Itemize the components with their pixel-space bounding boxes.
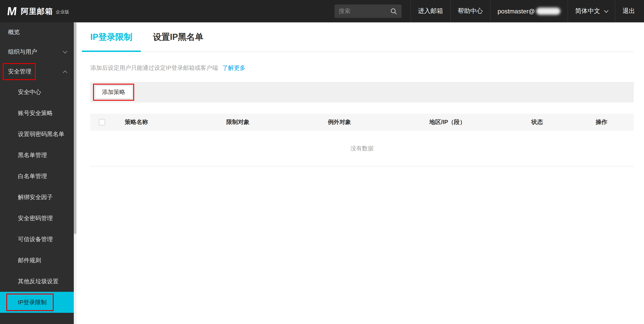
tab-ip-login-restriction[interactable]: IP登录限制 [82,22,141,52]
search-placeholder: 搜索 [339,7,350,15]
sidebar-item-label: 概览 [8,28,20,36]
empty-state-text: 没有数据 [90,131,634,166]
topbar-menu: 进入邮箱 帮助中心 postmaster@ 简体中文 退出 [410,0,644,22]
sidebar-item-blacklist-management[interactable]: 黑名单管理 [0,145,74,166]
sidebar-item-account-security-policy[interactable]: 账号安全策略 [0,103,74,124]
enter-mailbox-label: 进入邮箱 [418,7,443,15]
chevron-down-icon [63,49,67,54]
sidebar-item-label: 邮件规则 [18,256,41,264]
search-input[interactable]: 搜索 [334,5,402,18]
sidebar-item-label: 可信设备管理 [18,235,53,243]
sidebar-item-security-password[interactable]: 安全密码管理 [0,208,74,229]
column-restricted-object: 限制对象 [226,118,328,126]
enter-mailbox-button[interactable]: 进入邮箱 [410,0,450,22]
sidebar-item-label: IP登录限制 [18,298,47,306]
account-menu[interactable]: postmaster@ [490,0,568,22]
account-label: postmaster@ [498,8,535,15]
sidebar-item-label: 安全中心 [18,88,41,96]
sidebar-item-overview[interactable]: 概览 [0,22,74,42]
policy-table: 策略名称 限制对象 例外对象 地区/IP（段） 状态 操作 没有数据 [90,114,634,166]
sidebar-item-label: 白名单管理 [18,172,47,180]
tab-ip-blacklist[interactable]: 设置IP黑名单 [144,22,212,52]
sidebar-item-security[interactable]: 安全管理 [0,62,74,82]
column-region-ip: 地区/IP（段） [429,118,531,126]
sidebar-item-whitelist-management[interactable]: 白名单管理 [0,166,74,187]
main-content: IP登录限制 设置IP黑名单 添加后设定用户只能通过设定IP登录邮箱或客户端 了… [76,22,644,324]
sidebar-item-label: 设置弱密码黑名单 [18,130,64,138]
add-policy-button[interactable]: 添加策略 [95,86,132,99]
sidebar-item-mail-rules[interactable]: 邮件规则 [0,250,74,271]
column-exception-object: 例外对象 [328,118,429,126]
logout-button[interactable]: 退出 [615,0,644,22]
table-header: 策略名称 限制对象 例外对象 地区/IP（段） 状态 操作 [90,114,634,131]
app-root: M 阿里邮箱 企业版 搜索 进入邮箱 帮助中心 postmaster [0,0,644,324]
sidebar-item-weak-password-blacklist[interactable]: 设置弱密码黑名单 [0,124,74,145]
logo-title: 阿里邮箱 [21,6,53,16]
topbar-right: 搜索 进入邮箱 帮助中心 postmaster@ 简体中文 [334,0,644,22]
language-label: 简体中文 [575,7,600,15]
select-all-checkbox[interactable] [99,119,105,125]
account-domain-redacted [536,8,560,15]
language-menu[interactable]: 简体中文 [568,0,615,22]
sidebar: 概览 组织与用户 安全管理 安全中心 账号安全策略 设置弱密码黑名单 黑名单管理… [0,22,74,324]
sidebar-item-unbind-security-factor[interactable]: 解绑安全因子 [0,187,74,208]
logo-edition-badge: 企业版 [56,9,69,15]
sidebar-item-label: 黑名单管理 [18,151,47,159]
column-operation: 操作 [596,118,634,126]
description-text: 添加后设定用户只能通过设定IP登录邮箱或客户端 [90,65,218,71]
content-body: 添加后设定用户只能通过设定IP登录邮箱或客户端 了解更多 添加策略 策略名称 限… [76,64,644,166]
sidebar-item-label: 账号安全策略 [18,109,53,117]
sidebar-scrollbar[interactable] [74,22,76,324]
toolbar: 添加策略 [90,82,634,103]
page-description: 添加后设定用户只能通过设定IP登录邮箱或客户端 了解更多 [90,64,634,72]
help-center-button[interactable]: 帮助中心 [450,0,490,22]
scrollbar-thumb[interactable] [74,22,76,234]
tab-label: 设置IP黑名单 [153,31,204,43]
tabs-row: IP登录限制 设置IP黑名单 [82,22,634,52]
chevron-up-icon [63,71,67,75]
topbar: M 阿里邮箱 企业版 搜索 进入邮箱 帮助中心 postmaster [0,0,644,22]
sidebar-item-ip-login-restriction[interactable]: IP登录限制 [0,292,74,313]
logo-area: M 阿里邮箱 企业版 [0,5,69,17]
alimail-logo-icon: M [6,5,18,17]
sidebar-item-label: 组织与用户 [8,48,37,56]
active-tab-underline [82,51,141,52]
search-icon[interactable] [390,8,397,15]
sidebar-item-label: 解绑安全因子 [18,193,53,201]
select-all-cell [90,119,125,125]
sidebar-item-security-center[interactable]: 安全中心 [0,82,74,103]
add-policy-wrap: 添加策略 [95,86,132,99]
chevron-down-icon [604,8,608,13]
sidebar-item-label: 其他反垃圾设置 [18,277,58,285]
sidebar-item-org-users[interactable]: 组织与用户 [0,42,74,62]
tab-label: IP登录限制 [90,31,132,43]
sidebar-item-other-antispam[interactable]: 其他反垃圾设置 [0,271,74,292]
column-policy-name: 策略名称 [125,118,226,126]
sidebar-item-trusted-devices[interactable]: 可信设备管理 [0,229,74,250]
logout-label: 退出 [622,7,635,15]
sidebar-item-label: 安全管理 [8,68,31,76]
column-status: 状态 [531,118,596,126]
learn-more-link[interactable]: 了解更多 [222,65,246,71]
sidebar-item-label: 安全密码管理 [18,214,53,222]
help-center-label: 帮助中心 [458,7,483,15]
